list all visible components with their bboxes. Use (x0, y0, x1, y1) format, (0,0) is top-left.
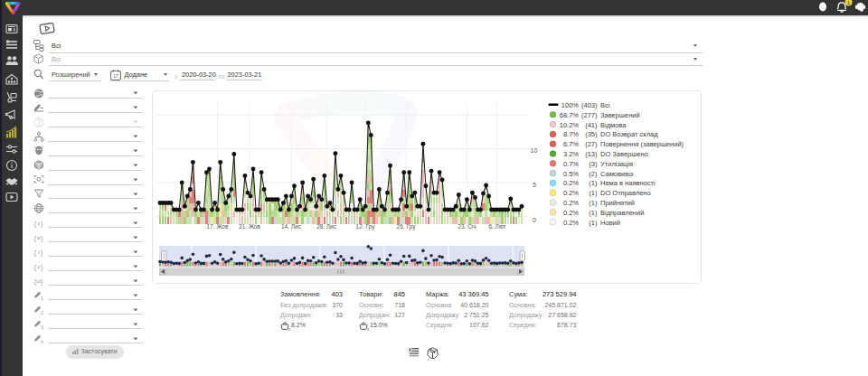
svg-text:3.2%: 3.2% (563, 150, 579, 158)
svg-text:6.7%: 6.7% (563, 140, 579, 148)
svg-text:17. Жов: 17. Жов (207, 223, 229, 230)
svg-text:14. Лис: 14. Лис (281, 223, 302, 230)
svg-text:10: 10 (531, 147, 538, 154)
svg-text:0.2%: 0.2% (563, 209, 579, 217)
svg-text:(403): (403) (581, 101, 598, 109)
svg-text:Відмова: Відмова (600, 121, 627, 129)
svg-text:12. Гру: 12. Гру (356, 223, 376, 230)
svg-text:Новий: Новий (600, 219, 620, 227)
svg-text:(41): (41) (585, 121, 598, 129)
svg-text:DO Отправлено: DO Отправлено (600, 189, 651, 197)
svg-text:(27): (27) (585, 140, 598, 148)
svg-text:(1): (1) (589, 189, 598, 197)
svg-text:(35): (35) (585, 130, 598, 138)
svg-text:26. Гру: 26. Гру (397, 223, 417, 230)
svg-text:(1): (1) (589, 179, 598, 187)
svg-text:8.7%: 8.7% (563, 130, 579, 138)
svg-text:5: 5 (533, 182, 536, 188)
svg-text:(1): (1) (589, 209, 598, 217)
svg-text:(1): (1) (589, 199, 598, 207)
svg-text:Всі: Всі (600, 101, 610, 109)
svg-text:0.2%: 0.2% (563, 179, 579, 187)
svg-text:0.5%: 0.5% (563, 170, 579, 178)
svg-text:Нема в наявності: Нема в наявності (600, 179, 656, 187)
svg-text:0.2%: 0.2% (563, 189, 579, 197)
svg-text:0.2%: 0.2% (563, 199, 579, 207)
svg-text:68.7%: 68.7% (560, 111, 580, 119)
svg-text:Відправлений: Відправлений (600, 209, 644, 217)
svg-text:100%: 100% (561, 101, 580, 109)
svg-text:1: 1 (847, 0, 850, 5)
svg-text:(2): (2) (589, 170, 598, 178)
svg-text:Прийнятий: Прийнятий (600, 199, 635, 207)
svg-text:0.7%: 0.7% (563, 160, 579, 168)
svg-text:10.2%: 10.2% (560, 121, 580, 129)
svg-text:Утилізація: Утилізація (600, 160, 633, 168)
svg-text:DO Возврат склад: DO Возврат склад (600, 130, 658, 138)
svg-text:31. Жов: 31. Жов (239, 223, 260, 230)
svg-text:0.2%: 0.2% (563, 219, 579, 227)
svg-text:DO Завершено: DO Завершено (600, 150, 648, 158)
svg-text:(277): (277) (581, 111, 598, 119)
svg-text:0: 0 (533, 217, 536, 223)
svg-text:(1): (1) (589, 219, 598, 227)
svg-text:Самовивіз: Самовивіз (600, 170, 634, 178)
svg-text:(13): (13) (585, 150, 598, 158)
svg-text:(3): (3) (589, 160, 598, 168)
svg-text:23. Січ: 23. Січ (458, 223, 476, 230)
svg-text:Завершений: Завершений (600, 111, 640, 119)
svg-text:28. Лис: 28. Лис (316, 223, 337, 230)
svg-text:Повернення (завершений): Повернення (завершений) (600, 140, 684, 148)
svg-text:6. Лют: 6. Лют (488, 223, 505, 230)
